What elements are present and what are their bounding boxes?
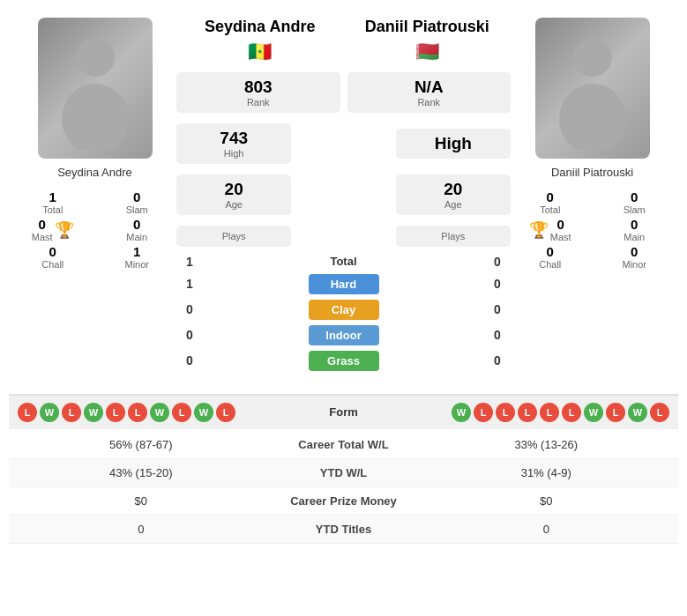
stat-left-0: 56% (87-67) [18,438,265,451]
form-badge-l: L [128,403,147,422]
indoor-surface-row: 0 Indoor 0 [176,325,511,345]
clay-badge: Clay [309,300,379,320]
form-badge-w: W [194,403,213,422]
right-player-card: Daniil Piatrouski 0 Total 0 Slam 🏆0Mast … [515,18,669,270]
hard-badge: Hard [309,274,379,294]
form-badge-w: W [628,403,647,422]
left-name-header: Seydina Andre [176,18,344,37]
left-plays-label: Plays [185,231,282,241]
left-slam-label: Slam [102,204,173,215]
left-grass-score: 0 [176,353,203,367]
left-clay-score: 0 [176,302,203,316]
left-main-value: 0 [102,217,173,232]
right-flag: 🇧🇾 [344,41,512,63]
right-high-box: High [396,129,511,159]
form-badge-l: L [518,403,537,422]
stat-center-2: Career Prize Money [265,494,423,508]
hard-surface-row: 1 Hard 0 [176,274,511,294]
left-form-badges: LWLWLLWLWL [18,403,291,422]
left-high-label: High [185,148,282,159]
form-badge-l: L [540,403,559,422]
career-stats-container: 56% (87-67) Career Total W/L 33% (13-26)… [9,431,678,544]
right-grass-score: 0 [484,353,511,367]
left-plays-box: Plays [176,226,291,247]
right-trophy-icon: 🏆 [529,220,549,240]
right-total-value: 0 [515,189,586,204]
stats-row-1: 43% (15-20) YTD W/L 31% (4-9) [9,459,678,487]
form-badge-l: L [562,403,581,422]
left-age-value: 20 [185,180,282,199]
stat-center-1: YTD W/L [265,466,423,479]
left-rank-box: 803 Rank [176,72,340,113]
stats-row-2: $0 Career Prize Money $0 [9,487,678,516]
right-form-badges: WLLLLLWLWL [397,403,670,422]
left-rank-value: 803 [185,78,332,97]
form-badge-w: W [452,403,471,422]
right-rank-box: N/A Rank [347,72,512,113]
secondary-stats-row [9,382,678,387]
left-player-name: Seydina Andre [57,166,132,179]
right-chall-value: 0 [515,244,586,259]
grass-badge: Grass [309,351,379,371]
indoor-badge: Indoor [309,325,379,345]
form-badge-l: L [650,403,669,422]
left-indoor-score: 0 [176,328,203,342]
clay-surface-row: 0 Clay 0 [176,300,511,320]
right-slam-value: 0 [600,189,670,204]
form-badge-l: L [606,403,625,422]
right-age-value: 20 [405,180,502,199]
svg-point-2 [573,38,612,77]
form-label: Form [291,405,397,419]
left-chall-label: Chall [18,259,88,270]
form-badge-w: W [84,403,103,422]
header-row: Seydina Andre 1 Total 0 Slam 0Mast🏆 0 Ma… [9,9,678,382]
left-player-avatar [38,18,153,159]
right-age-box: 20 Age [396,174,511,215]
stats-row-3: 0 YTD Titles 0 [9,516,678,544]
right-clay-score: 0 [484,302,511,316]
form-badge-l: L [172,403,191,422]
left-rank-label: Rank [185,97,332,108]
left-flag: 🇸🇳 [176,41,344,63]
left-slam-value: 0 [102,189,173,204]
left-trophy-icon: 🏆 [55,220,74,240]
left-minor-label: Minor [102,259,173,270]
stat-left-1: 43% (15-20) [18,466,265,479]
svg-point-1 [62,84,129,150]
form-badge-l: L [62,403,81,422]
right-hard-score: 0 [484,277,511,291]
grass-surface-row: 0 Grass 0 [176,351,511,371]
form-badge-w: W [40,403,59,422]
right-player-name: Daniil Piatrouski [551,166,633,179]
stat-right-3: 0 [423,523,670,536]
right-age-label: Age [405,199,502,210]
left-high-value: 743 [185,129,282,148]
form-badge-l: L [106,403,125,422]
left-chall-value: 0 [18,244,88,259]
stat-left-3: 0 [18,523,265,536]
left-total-score: 1 [176,255,203,269]
right-plays-label: Plays [405,231,502,241]
left-age-label: Age [185,199,282,210]
stat-center-3: YTD Titles [265,523,423,536]
stats-row-0: 56% (87-67) Career Total W/L 33% (13-26) [9,431,678,459]
right-main-value: 0 [600,217,670,232]
left-player-card: Seydina Andre 1 Total 0 Slam 0Mast🏆 0 Ma… [18,18,172,270]
stat-center-0: Career Total W/L [265,438,423,451]
left-main-label: Main [102,232,173,242]
svg-point-0 [76,38,115,77]
right-name-header: Daniil Piatrouski [344,18,512,37]
comparison-container: Seydina Andre 1 Total 0 Slam 0Mast🏆 0 Ma… [0,0,687,553]
left-minor-value: 1 [102,244,173,259]
right-total-score: 0 [484,255,511,269]
left-total-value: 1 [18,189,88,204]
form-badge-l: L [496,403,515,422]
stat-right-1: 31% (4-9) [423,466,670,479]
left-age-box: 20 Age [176,174,291,215]
left-high-box: 743 High [176,123,291,164]
bottom-section: LWLWLLWLWL Form WLLLLLWLWL 56% (87-67) C… [9,394,678,544]
right-plays-box: Plays [396,226,511,247]
right-player-avatar [535,18,650,159]
form-badge-l: L [216,403,235,422]
left-player-stats-grid: 1 Total 0 Slam 0Mast🏆 0 Main 0 Chall 1 [18,189,172,270]
